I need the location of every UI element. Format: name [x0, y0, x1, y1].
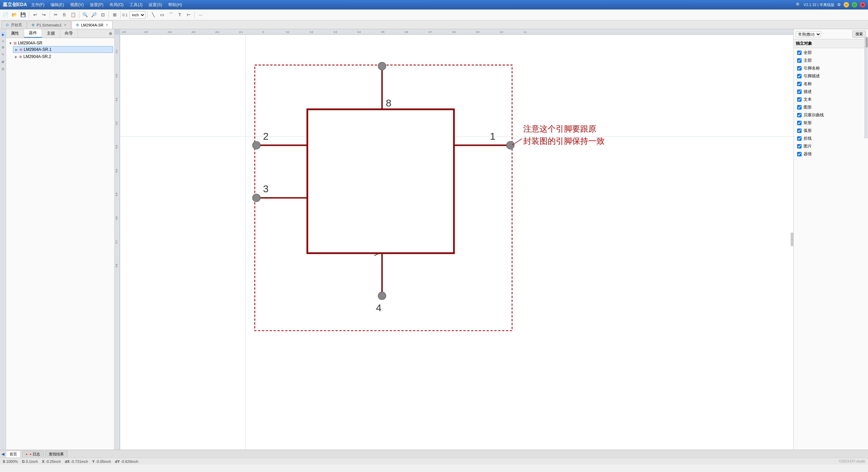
strip-icon-4[interactable]: ✎	[1, 52, 5, 57]
grid-button[interactable]: ⊞	[111, 11, 119, 19]
zoom-fit-button[interactable]: ⊡	[99, 11, 107, 19]
tab-home[interactable]: ⊙ 开始页	[1, 21, 26, 29]
checkbox-desc[interactable]	[797, 90, 802, 94]
sidebar-tab-main[interactable]: 主据	[42, 29, 60, 38]
tab-schematic[interactable]: ⊕ P1.Schematic1 ✕	[27, 21, 71, 29]
cut-button[interactable]: ✂	[52, 11, 60, 19]
strip-icon-1[interactable]: ▶	[1, 32, 5, 37]
check-main-label: 主部	[804, 58, 812, 63]
checkbox-qing[interactable]	[797, 152, 802, 156]
checkbox-text[interactable]	[797, 97, 802, 102]
menu-help[interactable]: 帮助(H)	[166, 1, 184, 8]
check-desc-label: 描述	[804, 89, 812, 95]
text-button[interactable]: T	[176, 11, 184, 19]
search-icon[interactable]: 🔍	[796, 2, 801, 7]
strip-icon-6[interactable]: ⊟	[1, 67, 5, 72]
canvas-inner[interactable]: 8 VCC+ 4 VCC- 2 IN1-	[120, 35, 793, 450]
check-bezier-label: 贝塞尔曲线	[804, 112, 824, 118]
right-search-button[interactable]: 搜索	[852, 31, 866, 38]
annotation-line2: 封装图的引脚保持一致	[523, 136, 605, 145]
more-tools[interactable]: ···	[196, 11, 204, 19]
menu-layout[interactable]: 布局(O)	[107, 1, 125, 8]
checkbox-polyline[interactable]	[797, 136, 802, 141]
menu-settings[interactable]: 设置(S)	[146, 1, 164, 8]
open-button[interactable]: 📂	[10, 11, 18, 19]
undo-button[interactable]: ↩	[31, 11, 39, 19]
checkbox-shape[interactable]	[797, 105, 802, 110]
checkbox-pinname[interactable]	[797, 66, 802, 71]
menu-file[interactable]: 文件(F)	[29, 1, 46, 8]
copy-button[interactable]: ⎘	[60, 11, 68, 19]
sidebar-tab-components[interactable]: 器件	[24, 29, 42, 38]
checkbox-image[interactable]	[797, 144, 802, 149]
zoom-in-button[interactable]: 🔍	[81, 11, 89, 19]
bottom-tab-log-label: 日志	[33, 452, 40, 457]
svg-text:1.1: 1.1	[524, 31, 527, 33]
paste-button[interactable]: 📋	[69, 11, 77, 19]
checkbox-rect[interactable]	[797, 121, 802, 125]
maximize-button[interactable]: □	[852, 2, 857, 7]
minimize-button[interactable]: ─	[844, 2, 849, 7]
checkbox-main[interactable]	[797, 58, 802, 63]
tab-component-close[interactable]: ✕	[105, 23, 108, 27]
check-pinname-label: 引脚名称	[804, 65, 820, 71]
zoom-value-label: 0.1	[122, 13, 127, 17]
line-button[interactable]: ╲	[149, 11, 157, 19]
tree-root-expand[interactable]: ▼	[9, 41, 12, 45]
svg-text:0.1: 0.1	[286, 31, 290, 33]
menu-place[interactable]: 放置(P)	[88, 1, 105, 8]
menu-edit[interactable]: 编辑(E)	[48, 1, 66, 8]
tree-item-2-label: LM2904A-SR.2	[23, 54, 51, 59]
zoom-out-button[interactable]: 🔎	[90, 11, 98, 19]
new-button[interactable]: 📄	[1, 11, 9, 19]
svg-text:0.2: 0.2	[115, 121, 118, 125]
checkbox-pindesc[interactable]	[797, 74, 802, 78]
save-button[interactable]: 💾	[19, 11, 27, 19]
unit-select[interactable]: inch mm mil	[130, 11, 145, 19]
bottom-tab-home[interactable]: 首页	[6, 451, 21, 457]
checkbox-arc[interactable]	[797, 129, 802, 133]
tree-root-label[interactable]: ▼ ⊞ LM2904A-SR	[7, 40, 113, 46]
svg-text:0.8: 0.8	[452, 31, 456, 33]
strip-icon-3[interactable]: ⊞	[1, 45, 5, 50]
bottom-arrow-left[interactable]: ◀	[1, 452, 4, 456]
check-shape: 图形	[794, 103, 868, 111]
svg-text:-0.1: -0.1	[239, 31, 243, 33]
tabs-bar: ⊙ 开始页 ⊕ P1.Schematic1 ✕ ⊕ LM2904A-SR ✕	[0, 20, 868, 29]
canvas-area[interactable]: -0.6 -0.5 -0.4 -0.3 -0.2 -0.1 0 0.1 0.2 …	[115, 29, 793, 450]
svg-text:0.3: 0.3	[115, 145, 118, 149]
checkbox-all[interactable]	[797, 51, 802, 55]
canvas-right-handle[interactable]: ›	[791, 233, 793, 246]
settings-icon[interactable]: ⚙	[837, 2, 841, 7]
sidebar-tab-attributes[interactable]: 属性	[6, 29, 24, 38]
sidebar-expand-icon[interactable]: ⊕	[107, 31, 114, 36]
titlebar-left: 嘉立创EDA 文件(F) 编辑(E) 视图(V) 放置(P) 布局(O) 工具(…	[3, 1, 184, 8]
tree-item-1[interactable]: ▶ ⊕ LM2904A-SR.1	[13, 46, 113, 53]
tree-item-2[interactable]: ▶ ⊕ LM2904A-SR.2	[13, 54, 113, 60]
bottom-tab-results[interactable]: 查找结果	[45, 451, 67, 457]
close-button[interactable]: ✕	[860, 2, 865, 7]
schematic-diagram[interactable]: 8 VCC+ 4 VCC- 2 IN1-	[120, 35, 793, 450]
main-area: ▶ ≡ ⊞ ✎ ⌘ ⊟ 属性 器件 主据 向导 ⊕ ▼ ⊞ LM2904A-SR	[0, 29, 868, 450]
arc-button[interactable]: ⌒	[167, 11, 175, 19]
titlebar-right: 🔍 V2.1.32 | 半离线版 ⚙ ─ □ ✕	[796, 2, 865, 7]
right-dropdown[interactable]: 常用(数U)	[796, 31, 821, 37]
checkbox-name[interactable]	[797, 82, 802, 86]
tab-schematic-close[interactable]: ✕	[64, 23, 66, 27]
tree-root-icon: ⊞	[14, 41, 17, 45]
svg-text:0.9: 0.9	[476, 31, 479, 33]
component-body	[307, 109, 454, 253]
menu-tools[interactable]: 工具(J)	[127, 1, 144, 8]
checkbox-bezier[interactable]	[797, 113, 802, 117]
check-polyline-label: 折线	[804, 136, 812, 141]
sidebar-tab-wizard[interactable]: 向导	[60, 29, 78, 38]
right-strip-handle[interactable]	[866, 37, 868, 47]
menu-view[interactable]: 视图(V)	[68, 1, 86, 8]
rect-button[interactable]: ▭	[158, 11, 166, 19]
strip-icon-2[interactable]: ≡	[1, 39, 5, 43]
redo-button[interactable]: ↪	[40, 11, 48, 19]
pin-button[interactable]: ⊢	[184, 11, 193, 19]
bottom-tab-log[interactable]: ● 日志	[22, 451, 44, 457]
strip-icon-5[interactable]: ⌘	[1, 59, 5, 65]
tab-component[interactable]: ⊕ LM2904A-SR ✕	[72, 21, 113, 29]
